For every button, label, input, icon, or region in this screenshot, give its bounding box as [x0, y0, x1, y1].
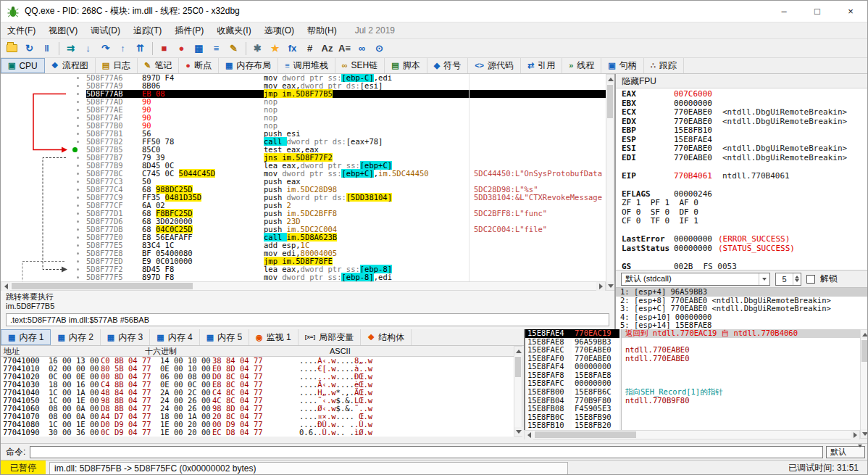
breakpoint-gutter[interactable] [1, 194, 86, 202]
breakpoint-gutter[interactable] [1, 202, 86, 210]
stack-view[interactable]: 15E8FAE4770EAC1915E8FAE896A59BB315E8FAEC… [524, 329, 619, 430]
register-value[interactable]: 15E8FB10 [674, 126, 712, 136]
settings-gear-icon[interactable]: ✱ [249, 41, 266, 57]
breakpoint-dot-icon[interactable] [77, 268, 79, 270]
stack-comments-view[interactable]: 返回到 ntdll.770EAC19 自 ntdll.770B4060ntdll… [621, 329, 860, 430]
breakpoint-dot-icon[interactable] [77, 133, 79, 135]
breakpoint-gutter[interactable] [1, 130, 86, 138]
breakpoint-gutter[interactable] [1, 90, 86, 98]
scroll-thumb[interactable] [861, 340, 867, 362]
scroll-right-button[interactable] [851, 431, 859, 439]
scroll-down-button[interactable] [514, 427, 523, 436]
register-row[interactable]: EIP770B4061ntdll.770B4061 [616, 172, 868, 181]
stack-row[interactable]: 15E8FAE4770EAC19 [525, 329, 619, 338]
register-row[interactable]: EDX770EABE0<ntdll.DbgUiRemoteBreakin> [616, 117, 868, 127]
tab-locals[interactable]: [x=]局部变量 [299, 329, 361, 345]
register-row[interactable]: EAX007C6000 [616, 90, 868, 99]
breakpoint-gutter[interactable] [1, 218, 86, 226]
stack-comment[interactable] [622, 379, 860, 388]
breakpoint-dot-icon[interactable] [77, 77, 79, 79]
scroll-thumb[interactable] [535, 431, 636, 438]
tab-dump-5[interactable]: ▦内存 5 [200, 329, 249, 345]
tab-dump-1[interactable]: ▦内存 1 [1, 329, 51, 345]
register-value[interactable]: 770EABE0 [674, 154, 712, 163]
breakpoint-gutter[interactable] [1, 154, 86, 162]
scroll-thumb[interactable] [12, 283, 193, 289]
tab-notes[interactable]: ✎笔记 [138, 58, 179, 73]
breakpoint-gutter[interactable] [1, 186, 86, 194]
register-row[interactable]: ZF 1 PF 1 AF 0 [616, 199, 868, 208]
tab-handles[interactable]: ▣句柄 [601, 58, 643, 73]
breakpoint-gutter[interactable] [1, 146, 86, 154]
register-row[interactable] [616, 181, 868, 190]
breakpoint-gutter[interactable] [1, 234, 86, 241]
breakpoint-dot-icon[interactable] [77, 220, 79, 223]
register-row[interactable]: EBP15E8FB10 [616, 126, 868, 136]
menu-item[interactable]: 收藏夹(I) [210, 22, 257, 39]
scroll-left-button[interactable] [525, 431, 533, 439]
register-row[interactable]: LastError00000000(ERROR_SUCCESS) [616, 235, 868, 244]
menu-item[interactable]: 追踪(T) [127, 22, 168, 39]
register-value[interactable]: 00000000 [674, 244, 712, 254]
argument-row[interactable]: 1: [esp+4] 96A59BB3 [616, 288, 868, 297]
menu-item[interactable]: 调试(D) [84, 22, 127, 39]
breakpoint-dot-icon[interactable] [77, 173, 79, 175]
register-row[interactable]: ESI770EABE0<ntdll.DbgUiRemoteBreakin> [616, 144, 868, 154]
tab-memory-map[interactable]: ▦内存布局 [219, 58, 278, 73]
tab-dump-2[interactable]: ▦内存 2 [51, 329, 100, 345]
stack-comment[interactable] [622, 405, 860, 413]
tab-seh[interactable]: ∞SEH链 [335, 58, 385, 73]
menu-item[interactable]: 插件(P) [168, 22, 210, 39]
tab-dump-3[interactable]: ▦内存 3 [101, 329, 150, 345]
handles-link-icon[interactable]: ∞ [354, 41, 370, 57]
stack-comment[interactable] [622, 413, 860, 422]
breakpoint-dot-icon[interactable] [77, 165, 79, 167]
tab-call-stack[interactable]: ≡调用堆栈 [278, 58, 335, 73]
breakpoint-gutter[interactable] [1, 249, 86, 257]
breakpoint-gutter[interactable] [1, 241, 86, 249]
step-into-icon[interactable]: ↓ [80, 41, 96, 57]
register-row[interactable]: EDI770EABE0<ntdll.DbgUiRemoteBreakin> [616, 154, 868, 163]
dump-vertical-scrollbar[interactable] [514, 346, 522, 437]
breakpoint-gutter[interactable] [1, 178, 86, 186]
breakpoint-dot-icon[interactable] [77, 276, 79, 278]
tab-dump-4[interactable]: ▦内存 4 [150, 329, 199, 345]
disassembly-vertical-scrollbar[interactable] [606, 74, 614, 291]
breakpoint-dot-icon[interactable] [77, 93, 79, 95]
stack-comment[interactable]: ntdll.770B9F80 [622, 397, 860, 405]
breakpoint-dot-icon[interactable] [77, 101, 79, 103]
tab-references[interactable]: ⇄引用 [521, 58, 562, 73]
command-syntax-dropdown[interactable]: 默认 [826, 446, 865, 458]
scroll-thumb[interactable] [515, 357, 521, 377]
stack-comment[interactable]: 返回到 ntdll.770EAC19 自 ntdll.770B4060 [622, 329, 860, 338]
pause-icon[interactable]: ‖ [38, 41, 55, 57]
strings-az-icon[interactable]: Az [319, 41, 335, 57]
maximize-button[interactable]: □ [801, 1, 834, 22]
run-to-user-code-icon[interactable]: ⇈ [132, 41, 149, 57]
memory-dump-view[interactable]: 7704100016 00 13 00C0 8B 04 7714 00 10 0… [1, 357, 514, 437]
breakpoint-gutter[interactable] [1, 82, 86, 90]
stack-row[interactable]: 15E8FAEC770EABE0 [525, 346, 619, 355]
scroll-up-button[interactable] [861, 330, 868, 339]
breakpoint-dot-icon[interactable] [77, 141, 79, 143]
favourites-star-icon[interactable]: ★ [267, 41, 283, 57]
argument-count-stepper[interactable]: 5 [775, 273, 801, 286]
breakpoint-gutter[interactable] [1, 106, 86, 114]
memory-map-icon[interactable]: ▦ [191, 41, 207, 57]
tab-watch-1[interactable]: ◉监视 1 [249, 329, 299, 345]
execute-till-return-icon[interactable]: ↑ [114, 41, 131, 57]
tab-script[interactable]: ▤脚本 [385, 58, 427, 73]
register-row[interactable] [616, 253, 868, 263]
register-value[interactable]: 002B [674, 263, 693, 270]
menu-item[interactable]: 选项(O) [258, 22, 301, 39]
breakpoint-dot-icon[interactable] [77, 181, 79, 183]
breakpoint-dot-icon[interactable] [77, 260, 79, 263]
tab-struct[interactable]: ❖结构体 [361, 329, 412, 345]
stack-row[interactable]: 15E8FB0015E8FB6C [525, 388, 619, 397]
breakpoint-dot-icon[interactable] [77, 117, 79, 119]
tab-cpu[interactable]: ▣CPU [1, 58, 45, 73]
stack-horizontal-scrollbar[interactable] [524, 430, 860, 439]
jump-target-dot-icon[interactable] [72, 147, 78, 152]
disasm-row[interactable]: 5D8F77F5897D F8mov dword ptr ss:[ebp-8],… [1, 273, 606, 281]
menu-item[interactable]: 文件(F) [1, 22, 42, 39]
